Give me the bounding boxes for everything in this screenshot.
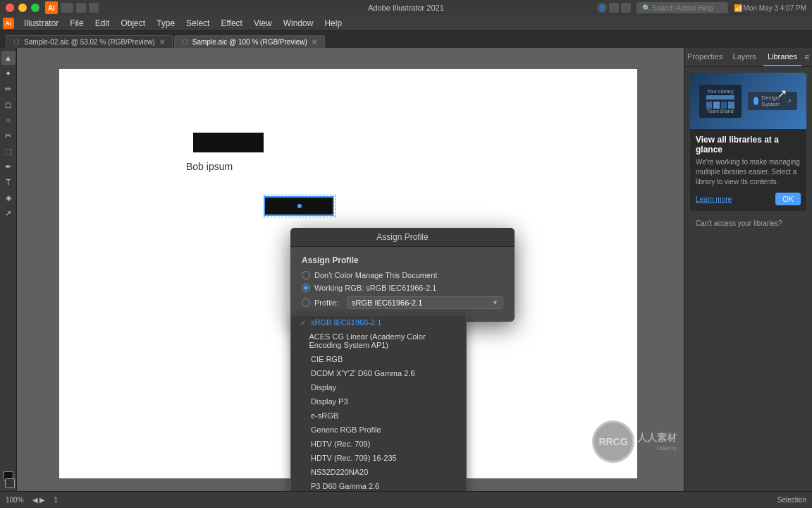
library-desc: We're working to make managing multiple … xyxy=(696,157,801,187)
lib-ds-icon xyxy=(753,97,758,105)
dropdown-item-7[interactable]: Generic RGB Profile xyxy=(291,423,466,437)
lib-arrow-icon: ↗ xyxy=(777,87,787,100)
radio-row-3[interactable]: Profile: sRGB IEC61966-2.1 ▼ xyxy=(302,296,503,309)
radio-btn-3[interactable] xyxy=(302,298,310,307)
menu-illustrator[interactable]: Illustrator xyxy=(18,17,64,30)
lib-bar-1 xyxy=(706,95,734,99)
ellipse-tool[interactable]: ○ xyxy=(1,113,16,127)
dropdown-label-11: P3 D60 Gamma 2.6 xyxy=(311,482,379,490)
radio-dot-2 xyxy=(304,286,308,290)
rectangle-tool[interactable]: ◻ xyxy=(1,97,16,111)
panel-extra-text: Can't access your libraries? xyxy=(690,217,806,230)
menu-object[interactable]: Object xyxy=(115,17,151,30)
dropdown-item-3[interactable]: DCDM X'Y'Z' D60 Gamma 2.6 xyxy=(291,366,466,380)
dropdown-item-10[interactable]: NS32D220NA20 xyxy=(291,465,466,479)
direct-selection-tool[interactable]: ✦ xyxy=(1,66,16,80)
tab-sample02[interactable]: ⬡ Sample-02.aic @ 53.02 % (RGB/Preview) … xyxy=(6,35,173,48)
lib-design-system: Design System ↗ xyxy=(748,92,797,110)
panel-content: Your Library Team Brand ↗ Design xyxy=(684,67,812,491)
search-adobe-input[interactable]: 🔍 Search Adobe Help xyxy=(636,2,728,13)
pen-tool[interactable]: ✏ xyxy=(1,82,16,96)
library-item-1: Your Library Team Brand xyxy=(699,85,742,118)
chevron-down-icon: ▼ xyxy=(492,299,498,306)
ok-button[interactable]: OK xyxy=(775,193,801,205)
artboard-arrows: ◀ ▶ xyxy=(32,496,46,504)
menu-window[interactable]: Window xyxy=(278,17,319,30)
tab-sample-aic[interactable]: ⬡ Sample.aic @ 100 % (RGB/Preview) ✕ xyxy=(174,35,325,48)
selection-tool[interactable]: ▲ xyxy=(1,51,16,65)
library-body: View all libraries at a glance We're wor… xyxy=(690,129,806,211)
cloud-icon[interactable] xyxy=(609,3,619,13)
artboard-number: 1 xyxy=(54,496,58,504)
radio-label-2: Working RGB: sRGB IEC61966-2.1 xyxy=(314,284,436,292)
canvas-object-1[interactable] xyxy=(193,133,264,152)
maximize-button[interactable] xyxy=(31,4,39,12)
scissors-tool[interactable]: ✂ xyxy=(1,128,16,143)
menu-file[interactable]: File xyxy=(64,17,89,30)
panel-menu-icon[interactable]: ≡ xyxy=(801,48,812,66)
menu-type[interactable]: Type xyxy=(151,17,180,30)
profile-dropdown-menu[interactable]: ✓ sRGB IEC61966-2.1 ACES CG Linear (Acad… xyxy=(290,315,467,491)
minimize-button[interactable] xyxy=(18,4,27,12)
dropdown-item-1[interactable]: ACES CG Linear (Academy Color Encoding S… xyxy=(291,329,466,352)
zoom-tool[interactable]: ↗ xyxy=(1,206,16,220)
bottom-toolbar: 100% ◀ ▶ 1 Selection xyxy=(0,491,812,508)
tab-properties[interactable]: Properties xyxy=(684,48,725,66)
panel-tabs: Properties Layers Libraries ≡ xyxy=(684,48,812,67)
menu-effect[interactable]: Effect xyxy=(215,17,247,30)
tab-close-2[interactable]: ✕ xyxy=(312,38,317,46)
dropdown-item-9[interactable]: HDTV (Rec. 709) 16-235 xyxy=(291,451,466,465)
zoom-level: 100% xyxy=(6,496,24,504)
profile-select-dropdown[interactable]: sRGB IEC61966-2.1 ▼ xyxy=(347,296,503,309)
dropdown-label-9: HDTV (Rec. 709) 16-235 xyxy=(311,454,397,462)
menu-edit[interactable]: Edit xyxy=(90,17,116,30)
clock: Mon May 3 4:07 PM xyxy=(744,4,806,12)
library-your-label: Your Library xyxy=(707,89,734,94)
assign-profile-dialog[interactable]: Assign Profile Assign Profile Don't Colo… xyxy=(290,228,515,322)
dropdown-item-5[interactable]: Display P3 xyxy=(291,394,466,409)
lib-ds-arrow: ↗ xyxy=(787,98,792,104)
dropdown-item-2[interactable]: CIE RGB xyxy=(291,352,466,366)
app-icon: Ai xyxy=(45,1,58,14)
tab-close-1[interactable]: ✕ xyxy=(159,38,165,46)
left-toolbar: ▲ ✦ ✏ ◻ ○ ✂ ⬚ ✒ T ◈ ↗ xyxy=(0,48,17,491)
dropdown-label-3: DCDM X'Y'Z' D60 Gamma 2.6 xyxy=(311,369,415,377)
dropdown-label-0: sRGB IEC61966-2.1 xyxy=(311,318,381,327)
tab-libraries[interactable]: Libraries xyxy=(763,48,801,66)
learn-more-link[interactable]: Learn more xyxy=(696,195,732,203)
tab-icon-1: ⬡ xyxy=(13,38,20,46)
menu-help[interactable]: Help xyxy=(319,17,347,30)
radio-btn-2[interactable] xyxy=(302,284,310,292)
menu-select[interactable]: Select xyxy=(180,17,215,30)
lib-color-2 xyxy=(713,102,720,109)
dropdown-item-0[interactable]: ✓ sRGB IEC61966-2.1 xyxy=(291,315,466,329)
dropdown-item-6[interactable]: e-sRGB xyxy=(291,409,466,423)
type-tool[interactable]: T xyxy=(1,175,16,189)
canvas-area: RRCG 人人素材 RRCG 人人素材 RRCG 人人素材 RRCG 人人素材 … xyxy=(17,48,684,491)
dropdown-item-11[interactable]: P3 D60 Gamma 2.6 xyxy=(291,479,466,491)
selection-mode: Selection xyxy=(777,496,806,504)
tab-layers[interactable]: Layers xyxy=(725,48,763,66)
user-icon[interactable]: 👤 xyxy=(597,3,607,13)
dropdown-label-4: Display xyxy=(311,383,336,392)
dropdown-item-4[interactable]: Display xyxy=(291,380,466,394)
traffic-lights[interactable] xyxy=(6,4,39,12)
canvas-object-2[interactable] xyxy=(264,196,334,216)
lib-color-4 xyxy=(728,102,734,109)
profile-label: Profile: xyxy=(314,298,343,307)
brush-tool[interactable]: ✒ xyxy=(1,159,16,174)
stroke-color[interactable] xyxy=(5,478,15,488)
menu-view[interactable]: View xyxy=(248,17,278,30)
radio-row-2[interactable]: Working RGB: sRGB IEC61966-2.1 xyxy=(302,284,503,292)
dropdown-item-8[interactable]: HDTV (Rec. 709) xyxy=(291,437,466,451)
lib-color-1 xyxy=(706,102,713,109)
rotate-tool[interactable]: ◈ xyxy=(1,190,16,205)
title-bar: Ai Adobe Illustrator 2021 👤 🔍 Search Ado… xyxy=(0,0,812,16)
search-adobe-icon[interactable] xyxy=(621,3,631,13)
radio-row-1[interactable]: Don't Color Manage This Document xyxy=(302,271,503,279)
close-button[interactable] xyxy=(6,4,14,12)
artboard-tool[interactable]: ⬚ xyxy=(1,144,16,158)
toolbar-icon-2 xyxy=(76,3,86,13)
toolbar-icon-1 xyxy=(61,3,73,13)
radio-btn-1[interactable] xyxy=(302,271,310,279)
